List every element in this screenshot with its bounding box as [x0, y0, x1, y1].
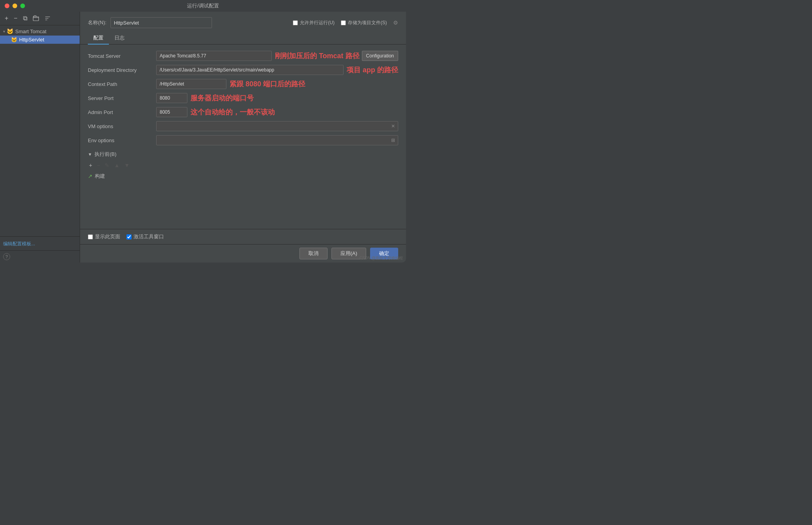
name-input[interactable] [110, 17, 212, 28]
vm-options-clear-button[interactable]: ✕ [390, 123, 397, 129]
tab-log[interactable]: 日志 [109, 32, 130, 45]
admin-port-label: Admin Port [88, 109, 156, 115]
deployment-dir-label: Deployment Directory [88, 67, 156, 73]
action-bar: 取消 应用(A) 确定 [80, 244, 406, 262]
sidebar-footer: 编辑配置模板... [0, 236, 80, 250]
move-to-folder-button[interactable] [31, 14, 41, 22]
before-add-button[interactable]: + [88, 162, 93, 169]
tomcat-icon: 🐱 [7, 28, 13, 34]
name-row: 名称(N): 允许并行运行(U) 存储为项目文件(S) ⚙ [80, 12, 406, 32]
admin-port-input[interactable] [156, 107, 187, 117]
remove-config-button[interactable]: − [12, 14, 19, 23]
gear-icon[interactable]: ⚙ [393, 20, 398, 26]
tree-label-httpservlet: HttpServlet [19, 37, 44, 43]
httpservlet-icon: 🐱 [11, 37, 17, 43]
before-run-section-header[interactable]: ▼ 执行前(B) [88, 151, 398, 158]
vm-options-label: VM options [88, 123, 156, 129]
close-button[interactable] [5, 4, 9, 8]
context-path-input[interactable] [156, 79, 226, 89]
cancel-button[interactable]: 取消 [299, 248, 328, 259]
build-item[interactable]: ↗ 构建 [88, 172, 398, 180]
save-to-file-checkbox[interactable] [341, 20, 346, 25]
vm-options-value: ✕ [156, 121, 398, 131]
server-port-annotation: 服务器启动的端口号 [191, 93, 254, 103]
show-page-checkbox-item: 显示此页面 [88, 233, 120, 240]
window-title: 运行/调试配置 [187, 2, 219, 9]
allow-parallel-checkbox[interactable] [293, 20, 298, 25]
bottom-checks: 显示此页面 激活工具窗口 [80, 229, 406, 244]
vm-options-input[interactable] [156, 121, 398, 131]
env-options-value: ⊞ [156, 135, 398, 145]
tomcat-server-value: 刚刚加压后的 Tomcat 路径 Configuration [156, 51, 398, 61]
form-row-env-options: Env options ⊞ [88, 135, 398, 145]
content-panel: 名称(N): 允许并行运行(U) 存储为项目文件(S) ⚙ 配置 日志 [80, 12, 406, 262]
env-options-browse-button[interactable]: ⊞ [390, 138, 397, 143]
config-tree: ▾ 🐱 Smart Tomcat 🐱 HttpServlet [0, 25, 80, 236]
activate-tool-checkbox-item: 激活工具窗口 [126, 233, 164, 240]
context-path-annotation: 紧跟 8080 端口后的路径 [230, 79, 305, 89]
edit-template-link[interactable]: 编辑配置模板... [3, 241, 35, 246]
sidebar-toolbar: + − ⧉ [0, 12, 80, 25]
admin-port-annotation: 这个自动给的，一般不该动 [191, 107, 275, 117]
name-row-right: 允许并行运行(U) 存储为项目文件(S) ⚙ [293, 20, 398, 26]
copy-config-button[interactable]: ⧉ [21, 14, 29, 23]
activate-tool-label: 激活工具窗口 [134, 233, 164, 240]
before-up-button[interactable]: ▲ [113, 162, 121, 169]
tomcat-server-annotation: 刚刚加压后的 Tomcat 路径 [275, 51, 360, 61]
build-icon: ↗ [88, 173, 93, 179]
help-button[interactable]: ? [3, 253, 10, 260]
server-port-value: 服务器启动的端口号 [156, 93, 398, 103]
show-page-checkbox[interactable] [88, 234, 93, 239]
vm-options-wrap: ✕ [156, 121, 398, 131]
titlebar: 运行/调试配置 [0, 0, 406, 12]
env-options-label: Env options [88, 138, 156, 143]
tree-arrow: ▾ [3, 29, 5, 34]
env-options-wrap: ⊞ [156, 135, 398, 145]
tree-item-smart-tomcat[interactable]: ▾ 🐱 Smart Tomcat [0, 27, 80, 36]
tree-label-smart-tomcat: Smart Tomcat [15, 29, 46, 34]
save-to-file-checkbox-item: 存储为项目文件(S) [341, 20, 387, 26]
tomcat-server-input[interactable] [156, 51, 272, 61]
sidebar-bottom-bar: ? [0, 250, 80, 262]
build-label: 构建 [95, 173, 105, 180]
form-row-deployment-dir: Deployment Directory 项目 app 的路径 [88, 65, 398, 75]
deployment-dir-annotation: 项目 app 的路径 [347, 65, 398, 75]
activate-tool-checkbox[interactable] [126, 234, 132, 239]
show-page-label: 显示此页面 [95, 233, 120, 240]
before-run-label: 执行前(B) [94, 151, 116, 158]
sidebar: + − ⧉ ▾ 🐱 Smart [0, 12, 80, 262]
sort-button[interactable] [43, 15, 52, 22]
env-options-input[interactable] [156, 135, 398, 145]
form-row-context-path: Context Path 紧跟 8080 端口后的路径 [88, 79, 398, 89]
before-edit-button[interactable]: ✎ [103, 162, 110, 169]
form-row-server-port: Server Port 服务器启动的端口号 [88, 93, 398, 103]
minimize-button[interactable] [12, 4, 17, 8]
tab-config[interactable]: 配置 [88, 32, 109, 45]
deployment-dir-value: 项目 app 的路径 [156, 65, 398, 75]
server-port-input[interactable] [156, 93, 187, 103]
add-config-button[interactable]: + [3, 14, 10, 23]
maximize-button[interactable] [20, 4, 25, 8]
tabs-bar: 配置 日志 [80, 32, 406, 45]
tomcat-server-label: Tomcat Server [88, 53, 156, 59]
before-run-toolbar: + − ✎ ▲ ▼ [88, 160, 398, 170]
context-path-value: 紧跟 8080 端口后的路径 [156, 79, 398, 89]
form-row-admin-port: Admin Port 这个自动给的，一般不该动 [88, 107, 398, 117]
allow-parallel-checkbox-item: 允许并行运行(U) [293, 20, 335, 26]
deployment-dir-input[interactable] [156, 65, 344, 75]
section-arrow: ▼ [88, 152, 92, 157]
before-down-button[interactable]: ▼ [123, 162, 131, 169]
form-row-vm-options: VM options ✕ [88, 121, 398, 131]
name-label: 名称(N): [88, 19, 107, 26]
tomcat-server-input-wrap [156, 51, 272, 61]
watermark: CSDN @面向文母娘编程 [360, 255, 403, 261]
form-row-tomcat-server: Tomcat Server 刚刚加压后的 Tomcat 路径 Configura… [88, 51, 398, 61]
main-layout: + − ⧉ ▾ 🐱 Smart [0, 12, 406, 262]
window-controls [5, 4, 25, 8]
context-path-label: Context Path [88, 81, 156, 87]
server-port-label: Server Port [88, 95, 156, 101]
configuration-button[interactable]: Configuration [362, 51, 398, 61]
tree-item-httpservlet[interactable]: 🐱 HttpServlet [0, 36, 80, 44]
save-to-file-label: 存储为项目文件(S) [348, 20, 387, 26]
before-remove-button[interactable]: − [96, 162, 101, 169]
